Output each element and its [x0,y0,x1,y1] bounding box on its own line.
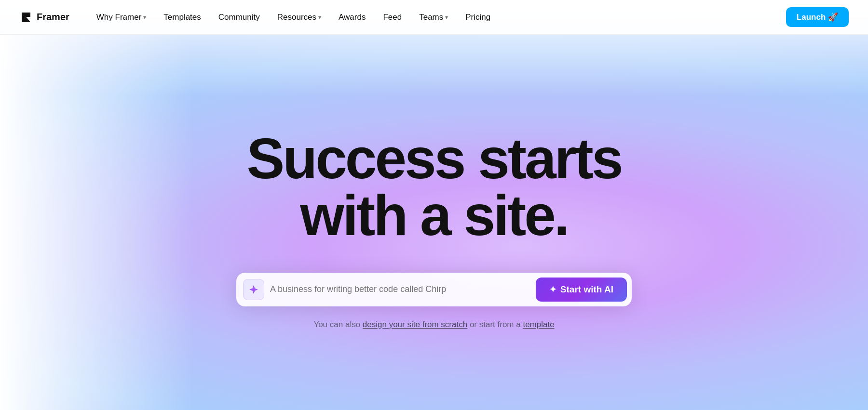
nav-cta: Launch 🚀 [786,7,849,27]
chevron-down-icon: ▾ [445,14,448,21]
chevron-down-icon: ▾ [143,14,146,21]
hero-footer-text: You can also design your site from scrat… [313,320,554,330]
ai-icon [243,279,264,300]
nav-links: Why Framer ▾ Templates Community Resourc… [89,9,786,26]
start-with-ai-button[interactable]: ✦ Start with AI [536,278,627,302]
brand-name: Framer [37,12,69,23]
nav-item-teams[interactable]: Teams ▾ [411,9,456,26]
framer-logo-icon [19,11,33,24]
ai-input-container: ✦ Start with AI [236,273,632,306]
nav-item-awards[interactable]: Awards [331,9,373,26]
brand-logo[interactable]: Framer [19,11,69,24]
hero-bg-fade-left [0,35,193,410]
nav-item-resources[interactable]: Resources ▾ [270,9,329,26]
nav-item-community[interactable]: Community [211,9,268,26]
template-link[interactable]: template [523,320,554,329]
design-from-scratch-link[interactable]: design your site from scratch [363,320,467,329]
hero-section: Success starts with a site. ✦ Start with… [0,0,868,410]
navbar: Framer Why Framer ▾ Templates Community … [0,0,868,35]
ai-logo-icon [248,284,259,295]
nav-item-pricing[interactable]: Pricing [458,9,498,26]
nav-item-why-framer[interactable]: Why Framer ▾ [89,9,154,26]
hero-content: Success starts with a site. ✦ Start with… [236,130,632,330]
hero-title: Success starts with a site. [246,130,621,244]
ai-prompt-input[interactable] [270,284,530,294]
nav-item-templates[interactable]: Templates [156,9,208,26]
sparkle-icon: ✦ [549,284,556,295]
nav-item-feed[interactable]: Feed [375,9,409,26]
launch-button[interactable]: Launch 🚀 [786,7,849,27]
chevron-down-icon: ▾ [318,14,321,21]
